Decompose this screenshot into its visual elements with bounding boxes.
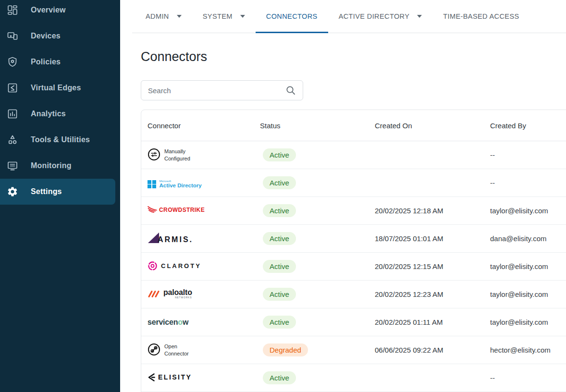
table-row[interactable]: CROWDSTRIKE Active 20/02/2025 12:18 AM t… xyxy=(141,197,566,225)
devices-icon xyxy=(7,30,18,42)
tab-label: ADMIN xyxy=(146,12,169,20)
shapes-icon xyxy=(7,134,18,146)
status-cell: Active xyxy=(260,288,375,301)
sidebar-item-label: Virtual Edges xyxy=(31,84,81,92)
status-cell: Active xyxy=(260,232,375,245)
created-on: 20/02/2025 12:23 AM xyxy=(375,290,490,298)
sidebar-item-analytics[interactable]: Analytics xyxy=(0,101,120,127)
table-body: ManuallyConfigured Active -- Microsoft A… xyxy=(141,141,566,392)
sidebar-item-settings[interactable]: Settings xyxy=(0,179,115,205)
sidebar-item-policies[interactable]: Policies xyxy=(0,49,120,75)
connector-logo-cell: Microsoft Active Directory xyxy=(148,177,260,189)
search-box xyxy=(141,80,303,100)
connector-logo-cell: ManuallyConfigured xyxy=(148,148,260,162)
active-directory-logo: Microsoft Active Directory xyxy=(148,180,202,189)
status-cell: Active xyxy=(260,316,375,329)
created-by: -- xyxy=(490,151,566,159)
dashboard-grid-icon xyxy=(7,4,18,16)
paloalto-mark-icon xyxy=(148,290,160,298)
connector-logo-cell: ARMIS. xyxy=(148,232,260,245)
tab-active-directory[interactable]: ACTIVE DIRECTORY xyxy=(328,0,433,33)
table-row[interactable]: OpenConnector Degraded 06/06/2025 09:22 … xyxy=(141,336,566,364)
sidebar-nav: Overview Devices xyxy=(0,0,120,205)
tab-label: TIME-BASED ACCESS xyxy=(443,12,519,20)
status-badge: Active xyxy=(263,288,296,301)
status-badge: Active xyxy=(263,260,296,273)
connector-logo-cell: ELISITY xyxy=(148,373,260,383)
connector-logo-cell: OpenConnector xyxy=(148,343,260,357)
app-window: Overview Devices xyxy=(0,0,566,392)
sidebar-item-label: Tools & Utilities xyxy=(31,135,90,144)
table-row[interactable]: Microsoft Active Directory Active -- xyxy=(141,169,566,197)
table-row[interactable]: ManuallyConfigured Active -- xyxy=(141,141,566,169)
table-header-row: Connector Status Created On Created By xyxy=(141,110,566,141)
table-row[interactable]: servicenow Active 20/02/2025 01:11 AM ta… xyxy=(141,308,566,336)
created-by: -- xyxy=(490,374,566,382)
sidebar-item-tools-utilities[interactable]: Tools & Utilities xyxy=(0,127,120,153)
sidebar-item-overview[interactable]: Overview xyxy=(0,0,120,23)
table-row[interactable]: ELISITY Active -- xyxy=(141,364,566,392)
sidebar-item-label: Overview xyxy=(31,6,66,14)
sidebar-item-virtual-edges[interactable]: Virtual Edges xyxy=(0,75,120,101)
sidebar-item-label: Monitoring xyxy=(31,161,72,170)
table-row[interactable]: CLAROTY Active 20/02/2025 12:15 AM taylo… xyxy=(141,253,566,281)
created-on: 06/06/2025 09:22 AM xyxy=(375,346,490,354)
sidebar-item-devices[interactable]: Devices xyxy=(0,23,120,49)
status-cell: Active xyxy=(260,371,375,384)
falcon-icon xyxy=(148,206,158,214)
table-row[interactable]: ARMIS. Active 18/07/2025 01:01 AM dana@e… xyxy=(141,225,566,253)
status-cell: Active xyxy=(260,176,375,189)
status-badge: Active xyxy=(263,148,296,161)
created-by: taylor@elisity.com xyxy=(490,207,566,215)
sidebar-item-label: Settings xyxy=(31,187,62,196)
connector-logo-cell: paloalto NETWORKS xyxy=(148,289,260,300)
column-header-created-on: Created On xyxy=(375,122,490,130)
status-badge: Active xyxy=(263,371,296,384)
sidebar-item-label: Policies xyxy=(31,58,61,66)
chevron-down-icon xyxy=(240,15,245,18)
created-by: taylor@elisity.com xyxy=(490,262,566,270)
chevron-down-icon xyxy=(417,15,422,18)
bar-chart-icon xyxy=(7,108,18,120)
tab-connectors[interactable]: CONNECTORS xyxy=(256,0,328,33)
status-cell: Active xyxy=(260,204,375,217)
sidebar-item-label: Devices xyxy=(31,32,61,40)
table-row[interactable]: paloalto NETWORKS Active 20/02/2025 12:2… xyxy=(141,281,566,308)
search-icon[interactable] xyxy=(285,85,296,96)
created-on: 20/02/2025 12:18 AM xyxy=(375,207,490,215)
elisity-logo: ELISITY xyxy=(148,373,192,382)
status-badge: Active xyxy=(263,316,296,329)
claroty-logo: CLAROTY xyxy=(148,261,201,271)
chevron-down-icon xyxy=(177,15,182,18)
crowdstrike-logo: CROWDSTRIKE xyxy=(148,206,205,214)
column-header-connector: Connector xyxy=(148,122,260,130)
link-circle-icon xyxy=(148,343,160,357)
created-by: dana@elisity.com xyxy=(490,234,566,243)
gear-icon xyxy=(7,186,18,197)
created-by: taylor@elisity.com xyxy=(490,318,566,326)
microsoft-windows-icon xyxy=(148,180,156,189)
tab-label: SYSTEM xyxy=(203,12,233,20)
monitor-list-icon xyxy=(7,160,18,172)
tab-label: ACTIVE DIRECTORY xyxy=(339,12,410,20)
tab-admin[interactable]: ADMIN xyxy=(135,0,192,33)
created-by: taylor@elisity.com xyxy=(490,290,566,298)
status-badge: Active xyxy=(263,232,296,245)
search-input[interactable] xyxy=(148,86,285,95)
servicenow-logo: servicenow xyxy=(148,318,188,327)
status-cell: Active xyxy=(260,260,375,273)
tab-bar: ADMIN SYSTEM CONNECTORS ACTIVE DIRECTORY… xyxy=(132,0,566,33)
sidebar-item-label: Analytics xyxy=(31,110,66,118)
shield-gear-icon xyxy=(7,56,18,68)
sidebar-item-monitoring[interactable]: Monitoring xyxy=(0,153,120,179)
manually-configured-logo: ManuallyConfigured xyxy=(148,148,190,162)
main-content: ADMIN SYSTEM CONNECTORS ACTIVE DIRECTORY… xyxy=(132,0,566,392)
status-badge: Degraded xyxy=(263,343,308,356)
connector-logo-cell: CLAROTY xyxy=(148,261,260,272)
tab-system[interactable]: SYSTEM xyxy=(192,0,256,33)
column-header-status: Status xyxy=(260,122,375,130)
armis-logo: ARMIS. xyxy=(148,232,193,244)
tab-label: CONNECTORS xyxy=(266,12,318,20)
tab-time-based-access[interactable]: TIME-BASED ACCESS xyxy=(432,0,529,33)
elisity-mark-icon xyxy=(148,373,155,382)
